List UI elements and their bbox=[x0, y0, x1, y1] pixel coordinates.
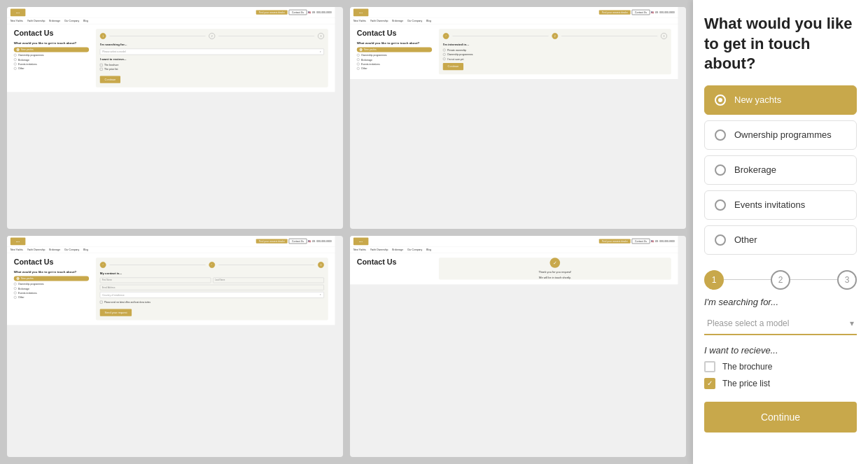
continue-button[interactable]: Continue bbox=[704, 402, 857, 433]
nav-link-2: Yacht Ownership bbox=[27, 20, 46, 22]
mini-option-brokerage-2: Brokerage bbox=[357, 58, 432, 61]
mini-page-title-3: Contact Us bbox=[14, 258, 89, 267]
mini-question-3: What would you like to get in touch abou… bbox=[14, 269, 89, 273]
mini-content-4: Contact Us ✓ Thank you for you request! … bbox=[350, 253, 678, 284]
mini-radio-events-1 bbox=[14, 63, 17, 66]
step-2: 2 bbox=[771, 270, 790, 290]
checkbox-price-list[interactable]: ✓ The price list bbox=[704, 378, 857, 389]
receive-label: I want to recieve... bbox=[704, 345, 857, 356]
mini-subnav-3: New Yachts Yacht Ownership Brokerage Our… bbox=[7, 246, 335, 253]
mini-ownership-prog-2: Ownership programmes bbox=[443, 53, 667, 56]
find-dealer-btn-2: Find your nearest dealer bbox=[599, 10, 631, 14]
phone-2: 000-000-0000 bbox=[659, 11, 674, 13]
radio-circle-new-yachts bbox=[715, 94, 726, 106]
mini-radio-new-yachts-1 bbox=[17, 48, 20, 51]
mini-step-2-1: ✓ bbox=[443, 33, 449, 39]
mini-send-3[interactable]: Send your request bbox=[100, 309, 132, 316]
screenshot-grid: DYS Find your nearest dealer Contact Us … bbox=[0, 0, 693, 464]
screenshot-card-1: DYS Find your nearest dealer Contact Us … bbox=[7, 7, 343, 229]
mini-question-1: What would you like to get in touch abou… bbox=[14, 41, 89, 45]
mini-nav-4: DYS Find your nearest dealer Contact Us … bbox=[350, 236, 678, 247]
mini-thank-subtitle-4: We will be in touch shortly. bbox=[539, 276, 571, 279]
mini-radio-brokerage-1 bbox=[14, 58, 17, 61]
mini-option-new-yachts-1: New yachts bbox=[14, 48, 89, 52]
mini-subnav-4: New Yachts Yacht Ownership Brokerage Our… bbox=[350, 246, 678, 253]
mini-check-box-1 bbox=[100, 64, 103, 66]
mini-content-1: Contact Us What would you like to get in… bbox=[7, 24, 335, 92]
option-ownership-label: Ownership programmes bbox=[734, 129, 832, 140]
mini-logo-2: DYS bbox=[354, 8, 368, 16]
radio-circle-brokerage bbox=[715, 164, 726, 176]
mini-step-1-2: 2 bbox=[209, 33, 215, 39]
mini-steps-3: ✓ ✓ 3 bbox=[100, 262, 324, 268]
checkbox-brochure[interactable]: The brochure bbox=[704, 361, 857, 372]
mini-left-3: Contact Us What would you like to get in… bbox=[14, 258, 89, 320]
mini-continue-2[interactable]: Continue bbox=[443, 63, 463, 70]
mini-option-new-yachts-2: New yachts bbox=[357, 48, 432, 52]
mini-first-name-3: First Name bbox=[100, 277, 211, 283]
searching-label: I'm searching for... bbox=[704, 297, 857, 307]
flag-1: 🇺🇸 US bbox=[308, 11, 315, 14]
phone-1: 000-000-0000 bbox=[316, 11, 331, 13]
mini-options-2: New yachts Ownership programmes Brokerag… bbox=[357, 48, 432, 70]
mini-page-title-2: Contact Us bbox=[357, 29, 432, 38]
mini-option-brokerage-1: Brokerage bbox=[14, 58, 89, 61]
mini-checkbox-price-1: The price list bbox=[100, 68, 324, 71]
mini-option-ownership-2: Ownership programmes bbox=[357, 54, 432, 57]
mini-left-1: Contact Us What would you like to get in… bbox=[14, 29, 89, 87]
checkbox-brochure-label: The brochure bbox=[722, 362, 772, 372]
option-other-label: Other bbox=[734, 234, 757, 245]
mini-question-2: What would you like to get in touch abou… bbox=[357, 41, 432, 45]
mini-nav-1: DYS Find your nearest dealer Contact Us … bbox=[7, 7, 335, 18]
checkbox-price-label: The price list bbox=[722, 379, 770, 388]
mini-options-1: New yachts Ownership programmes Brokerag… bbox=[14, 48, 89, 70]
model-dropdown-text: Please select a model bbox=[707, 318, 789, 328]
option-ownership[interactable]: Ownership programmes bbox=[704, 120, 857, 150]
mini-content-3: Contact Us What would you like to get in… bbox=[7, 253, 335, 325]
mini-radio-ownership-1 bbox=[14, 54, 17, 57]
mini-option-events-2: Events invitations bbox=[357, 63, 432, 66]
mini-radio-other-1 bbox=[14, 67, 17, 70]
mini-continue-1[interactable]: Continue bbox=[100, 76, 120, 83]
mini-email-3: Email Address bbox=[100, 284, 324, 290]
dropdown-arrow-icon: ▾ bbox=[850, 318, 854, 328]
step-3: 3 bbox=[837, 270, 857, 290]
mini-page-title-4: Contact Us bbox=[357, 258, 432, 267]
mini-country-3: Country of residence ▾ bbox=[100, 292, 324, 298]
mini-logo-3: DYS bbox=[10, 237, 25, 245]
mini-nav-buttons-1: Find your nearest dealer Contact Us 🇺🇸 U… bbox=[256, 10, 332, 15]
option-new-yachts[interactable]: New yachts bbox=[704, 85, 857, 115]
flag-2: 🇺🇸 US bbox=[651, 11, 658, 14]
option-events[interactable]: Events invitations bbox=[704, 190, 857, 220]
panel-title: What would you like to get in touch abou… bbox=[704, 14, 857, 74]
mini-left-4: Contact Us bbox=[357, 258, 432, 279]
model-dropdown[interactable]: Please select a model ▾ bbox=[704, 313, 857, 335]
mini-right-3: ✓ ✓ 3 My contact is... First Name Last N… bbox=[96, 258, 328, 320]
option-other[interactable]: Other bbox=[704, 225, 857, 255]
option-brokerage[interactable]: Brokerage bbox=[704, 155, 857, 185]
step-1: 1 bbox=[704, 270, 724, 290]
radio-circle-other bbox=[715, 234, 726, 246]
step-line-2 bbox=[790, 279, 837, 280]
mini-checkbox-brochure-1: The brochure bbox=[100, 64, 324, 66]
mini-nav-3: DYS Find your nearest dealer Contact Us … bbox=[7, 236, 335, 247]
mini-step-1-1: 1 bbox=[100, 33, 106, 39]
mini-not-sure-2: I'm not sure yet bbox=[443, 57, 667, 60]
mini-nav-2: DYS Find your nearest dealer Contact Us … bbox=[350, 7, 678, 18]
mini-subnav-2: New Yachts Yacht Ownership Brokerage Our… bbox=[350, 18, 678, 24]
mini-steps-1: 1 2 3 bbox=[100, 33, 324, 39]
mini-nav-buttons-2: Find your nearest dealer Contact Us 🇺🇸 U… bbox=[599, 10, 675, 15]
mini-receive-title-1: I want to recieve... bbox=[100, 57, 324, 61]
mini-private-2: Private ownership bbox=[443, 49, 667, 52]
mini-thank-title-4: Thank you for you request! bbox=[539, 270, 571, 273]
mini-step-1-3: 3 bbox=[318, 33, 324, 39]
nav-link-3: Brokerage bbox=[49, 20, 60, 22]
checkbox-box-brochure bbox=[704, 361, 715, 372]
mini-logo-4: DYS bbox=[354, 237, 368, 245]
checkmark-icon: ✓ bbox=[707, 379, 713, 387]
mini-thank-you-4: ✓ Thank you for you request! We will be … bbox=[439, 258, 671, 279]
mini-step-2-3: 3 bbox=[661, 33, 667, 39]
steps-row: 1 2 3 bbox=[704, 270, 857, 290]
screenshot-card-4: DYS Find your nearest dealer Contact Us … bbox=[350, 236, 686, 458]
mini-name-row-3: First Name Last Name bbox=[100, 277, 324, 283]
